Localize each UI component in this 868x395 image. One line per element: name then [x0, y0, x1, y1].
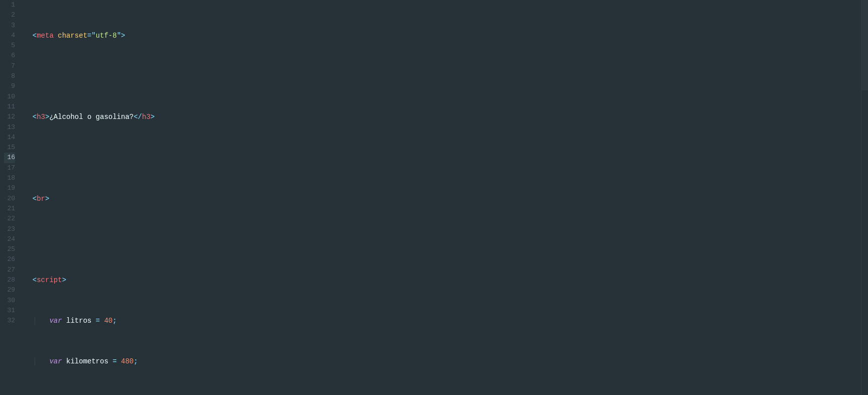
code-line[interactable]: │ var kilometros = 480; [24, 356, 861, 366]
line-number: 11 [4, 102, 15, 112]
identifier: kilometros [66, 357, 108, 365]
line-number: 2 [4, 10, 15, 20]
line-number: 25 [4, 244, 15, 254]
line-number: 23 [4, 224, 15, 234]
line-number: 3 [4, 21, 15, 31]
line-number: 13 [4, 122, 15, 133]
code-line[interactable] [24, 234, 861, 244]
line-number: 26 [4, 254, 15, 265]
line-number: 19 [4, 183, 15, 193]
line-number: 8 [4, 71, 15, 81]
number: 40 [104, 317, 113, 325]
keyword: var [49, 317, 62, 325]
tag-name: script [37, 276, 62, 284]
line-number: 18 [4, 173, 15, 183]
line-number: 24 [4, 234, 15, 244]
code-area[interactable]: <meta charset="utf-8"> <h3>¿Alcohol o ga… [23, 0, 861, 395]
line-number: 5 [4, 41, 15, 51]
line-number: 16 [4, 153, 15, 163]
code-line[interactable]: <br> [24, 194, 861, 204]
minimap[interactable] [861, 0, 868, 395]
line-number: 15 [4, 143, 15, 153]
line-number: 20 [4, 194, 15, 204]
code-line[interactable] [24, 153, 861, 163]
line-number: 6 [4, 51, 15, 61]
number: 480 [121, 357, 133, 365]
attr-name: charset [58, 32, 87, 40]
code-line[interactable]: <h3>¿Alcohol o gasolina?</h3> [24, 112, 861, 122]
text-content: ¿Alcohol o gasolina? [49, 113, 133, 121]
line-number: 1 [4, 0, 15, 10]
code-line[interactable]: │ var litros = 40; [24, 316, 861, 326]
identifier: litros [66, 317, 91, 325]
line-number: 17 [4, 163, 15, 173]
line-number: 30 [4, 296, 15, 306]
line-number: 32 [4, 316, 15, 326]
line-number: 27 [4, 265, 15, 275]
line-number: 29 [4, 285, 15, 295]
code-line[interactable] [24, 71, 861, 81]
line-number: 31 [4, 306, 15, 316]
line-number: 14 [4, 133, 15, 143]
attr-value: utf-8 [96, 32, 117, 40]
line-number: 7 [4, 61, 15, 71]
tag-name: h3 [37, 113, 45, 121]
line-number-gutter: 1 2 3 4 5 6 7 8 9 10 11 12 13 14 15 16 1… [0, 0, 23, 395]
code-editor[interactable]: 1 2 3 4 5 6 7 8 9 10 11 12 13 14 15 16 1… [0, 0, 868, 395]
line-number: 21 [4, 204, 15, 214]
line-number: 22 [4, 214, 15, 224]
code-line[interactable]: <script> [24, 275, 861, 285]
tag-name: br [37, 195, 45, 203]
code-line[interactable]: <meta charset="utf-8"> [24, 31, 861, 41]
tag-name: meta [37, 32, 54, 40]
line-number: 10 [4, 92, 15, 102]
line-number: 4 [4, 31, 15, 41]
line-number: 28 [4, 275, 15, 285]
tag-open: < [33, 32, 37, 40]
line-number: 12 [4, 112, 15, 122]
minimap-viewport[interactable] [861, 0, 868, 90]
line-number: 9 [4, 81, 15, 91]
